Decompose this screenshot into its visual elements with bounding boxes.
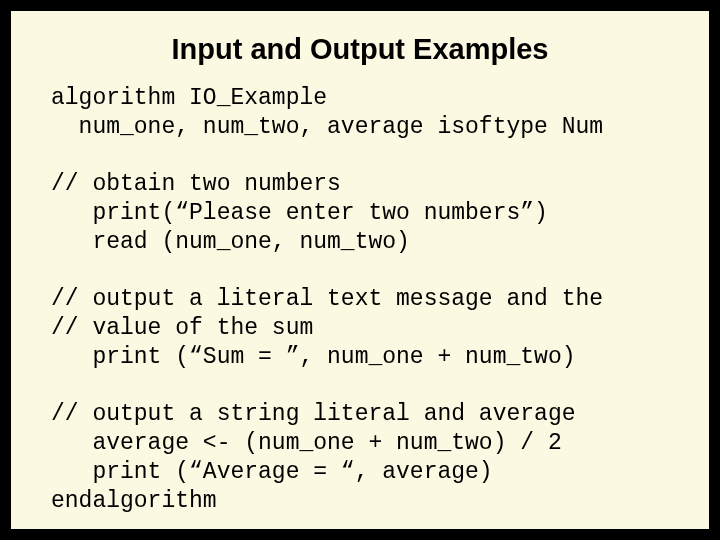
slide-frame: Input and Output Examples algorithm IO_E… (0, 0, 720, 540)
code-line: endalgorithm (51, 488, 217, 514)
slide-title: Input and Output Examples (51, 33, 669, 66)
code-line: read (num_one, num_two) (51, 229, 410, 255)
slide-panel: Input and Output Examples algorithm IO_E… (8, 8, 712, 532)
code-line: num_one, num_two, average isoftype Num (51, 114, 603, 140)
code-line: algorithm IO_Example (51, 85, 327, 111)
code-line: // output a string literal and average (51, 401, 576, 427)
code-line: print (“Sum = ”, num_one + num_two) (51, 344, 576, 370)
code-line: print (“Average = “, average) (51, 459, 493, 485)
code-line: // output a literal text message and the (51, 286, 603, 312)
code-line: // value of the sum (51, 315, 313, 341)
code-line: // obtain two numbers (51, 171, 341, 197)
code-line: print(“Please enter two numbers”) (51, 200, 548, 226)
code-block: algorithm IO_Example num_one, num_two, a… (51, 84, 669, 515)
code-line: average <- (num_one + num_two) / 2 (51, 430, 562, 456)
